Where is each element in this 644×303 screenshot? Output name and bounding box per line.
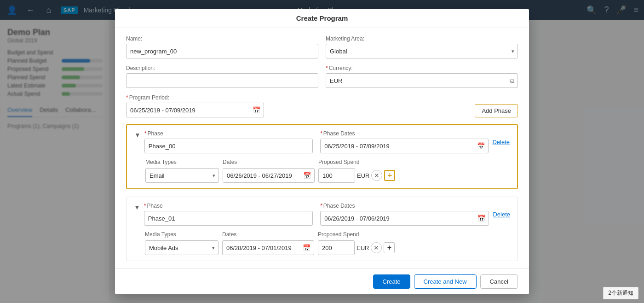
phase-1-dates-label: Phase Dates xyxy=(320,203,489,209)
phase-0-fields: Phase Phase Dates 📅 xyxy=(144,130,489,153)
phase-0-dates-wrapper: 📅 xyxy=(320,139,489,153)
dialog-footer: Create Create and New Cancel xyxy=(115,268,529,294)
add-phase-button[interactable]: Add Phase xyxy=(475,104,518,117)
marketing-area-field-group: Marketing Area: Global EMEA APAC ▾ xyxy=(326,35,518,58)
phase-1-chevron-icon[interactable]: ▼ xyxy=(134,204,140,211)
phase-1-dates-input[interactable] xyxy=(320,211,489,226)
marketing-area-label: Marketing Area: xyxy=(326,35,518,42)
phase-1-media-row-0: Email Mobile Ads Social Media ▾ 📅 xyxy=(145,240,510,255)
phase-0-media-header: Media Types Dates Proposed Spend xyxy=(145,159,510,165)
phase-0-media-type-select[interactable]: Email Mobile Ads Social Media xyxy=(145,168,219,183)
phase-1-media-col-type-header: Media Types xyxy=(145,231,218,238)
currency-copy-icon[interactable]: ⧉ xyxy=(510,77,514,85)
currency-input-wrapper: ⧉ xyxy=(326,73,518,88)
phase-0-media-calendar-icon[interactable]: 📅 xyxy=(303,172,311,179)
phase-1-media-add-button[interactable]: + xyxy=(384,242,395,253)
phase-0-dates-field: Phase Dates 📅 xyxy=(320,130,489,153)
phase-0-section: ▼ Phase Phase Dates 📅 xyxy=(126,124,518,189)
phase-0-media-add-button[interactable]: + xyxy=(384,170,395,181)
notification-badge[interactable]: 2个新通知 xyxy=(603,287,638,299)
modal-overlay: Create Program Name: Marketing Area: Glo… xyxy=(0,0,644,303)
phase-1-media-remove-button[interactable]: ✕ xyxy=(371,242,382,253)
phase-0-media-spend-wrapper: EUR ✕ + xyxy=(318,168,395,183)
phase-0-media-table: Media Types Dates Proposed Spend Email M… xyxy=(127,159,517,188)
phase-0-media-spend-input[interactable] xyxy=(318,168,355,183)
phase-1-media-type-select-wrapper: Email Mobile Ads Social Media ▾ xyxy=(145,240,218,255)
phase-1-media-currency: EUR xyxy=(356,245,369,251)
phase-0-media-currency: EUR xyxy=(357,172,369,179)
phase-1-name-field: Phase xyxy=(144,203,313,226)
name-field-group: Name: xyxy=(126,35,318,58)
phase-0-chevron-icon[interactable]: ▼ xyxy=(134,131,141,139)
phase-1-media-spend-wrapper: EUR ✕ + xyxy=(318,240,395,255)
description-label: Description: xyxy=(126,65,318,71)
phase-0-calendar-icon[interactable]: 📅 xyxy=(477,142,485,150)
dialog-title: Create Program xyxy=(296,14,348,22)
phase-0-media-remove-button[interactable]: ✕ xyxy=(371,170,382,181)
phase-1-media-calendar-icon[interactable]: 📅 xyxy=(303,244,310,251)
description-input[interactable] xyxy=(126,73,318,88)
phase-1-name-input[interactable] xyxy=(144,211,313,226)
phase-0-media-type-select-wrapper: Email Mobile Ads Social Media ▾ xyxy=(145,168,219,183)
media-col-type-header: Media Types xyxy=(145,159,219,165)
phase-1-media-header: Media Types Dates Proposed Spend xyxy=(145,231,510,238)
create-button[interactable]: Create xyxy=(373,274,410,289)
phase-0-name-field: Phase xyxy=(144,130,313,153)
description-field-group: Description: xyxy=(126,65,318,88)
phase-0-header: ▼ Phase Phase Dates 📅 xyxy=(127,125,517,159)
program-period-calendar-icon[interactable]: 📅 xyxy=(253,106,260,114)
create-and-new-button[interactable]: Create and New xyxy=(414,274,477,289)
phase-0-label: Phase xyxy=(144,130,313,137)
currency-label: Currency: xyxy=(326,65,518,71)
phase-0-media-dates-wrapper: 📅 xyxy=(223,168,315,183)
phase-1-media-type-select[interactable]: Email Mobile Ads Social Media xyxy=(145,240,218,255)
phase-1-media-spend-input[interactable] xyxy=(318,240,355,255)
dialog-body: Name: Marketing Area: Global EMEA APAC ▾ xyxy=(115,28,529,268)
currency-input[interactable] xyxy=(326,73,518,88)
phase-0-delete-button[interactable]: Delete xyxy=(492,139,510,146)
program-period-field-group: Program Period: 📅 xyxy=(126,94,264,117)
media-col-dates-header: Dates xyxy=(223,159,315,165)
dialog-header: Create Program xyxy=(115,9,529,28)
phase-1-media-table: Media Types Dates Proposed Spend Email M… xyxy=(126,231,518,261)
marketing-area-select[interactable]: Global EMEA APAC xyxy=(326,44,518,58)
program-period-input[interactable] xyxy=(126,103,264,117)
phase-1-media-col-spend-header: Proposed Spend xyxy=(318,231,510,238)
phase-1-section: ▼ Phase Phase Dates 📅 xyxy=(126,197,518,261)
phase-1-fields: Phase Phase Dates 📅 xyxy=(144,203,489,226)
phase-1-dates-wrapper: 📅 xyxy=(320,211,489,226)
phase-0-dates-label: Phase Dates xyxy=(320,130,489,137)
name-label: Name: xyxy=(126,35,318,42)
marketing-area-select-container[interactable]: Global EMEA APAC ▾ xyxy=(326,44,518,58)
phase-1-delete-button[interactable]: Delete xyxy=(493,211,510,218)
create-program-dialog: Create Program Name: Marketing Area: Glo… xyxy=(115,9,529,294)
program-period-label: Program Period: xyxy=(126,94,264,101)
form-row-name-area: Name: Marketing Area: Global EMEA APAC ▾ xyxy=(126,35,518,58)
form-row-desc-currency: Description: Currency: ⧉ xyxy=(126,65,518,88)
phase-0-name-input[interactable] xyxy=(144,139,313,153)
phase-0-media-dates-input[interactable] xyxy=(223,168,315,183)
phase-1-media-col-dates-header: Dates xyxy=(222,231,314,238)
form-row-period-addphase: Program Period: 📅 Add Phase xyxy=(126,94,518,117)
currency-field-group: Currency: ⧉ xyxy=(326,65,518,88)
phase-0-dates-input[interactable] xyxy=(320,139,489,153)
phase-1-label: Phase xyxy=(144,203,313,209)
media-col-spend-header: Proposed Spend xyxy=(318,159,510,165)
name-input[interactable] xyxy=(126,44,318,58)
phase-1-media-dates-wrapper: 📅 xyxy=(222,240,314,255)
cancel-button[interactable]: Cancel xyxy=(480,274,518,289)
phase-1-header: ▼ Phase Phase Dates 📅 xyxy=(126,197,518,231)
program-period-input-wrapper: 📅 xyxy=(126,103,264,117)
phase-0-media-row-0: Email Mobile Ads Social Media ▾ 📅 xyxy=(145,168,510,183)
phase-1-dates-field: Phase Dates 📅 xyxy=(320,203,489,226)
phase-1-media-dates-input[interactable] xyxy=(222,240,314,255)
phase-1-calendar-icon[interactable]: 📅 xyxy=(477,215,485,222)
